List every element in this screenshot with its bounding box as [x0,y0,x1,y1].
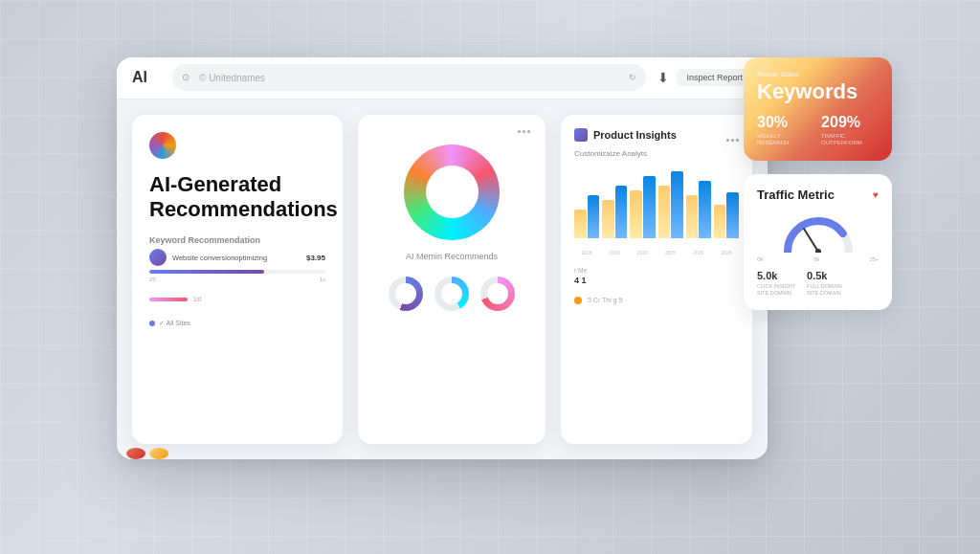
bar-group-4 [658,171,683,238]
gauge-labels: Ok 5k 25+ [757,256,879,262]
mini-hole-1 [395,283,416,304]
bar-5a [686,195,699,238]
bar-4b [671,171,683,238]
bar-3b [643,176,656,238]
progress-bar: 25 1s [149,270,325,282]
heart-icon: ♥ [873,189,879,200]
gauge-label-right: 25+ [870,256,879,262]
x-label-5: 2026 [686,250,711,255]
x-label-6: 2028 [714,250,739,255]
small-bar [149,298,188,301]
traffic-stat2-value: 0.5k [807,270,842,281]
mini-donuts-container [389,277,515,311]
gauge-label-left: Ok [757,256,764,262]
traffic-stat2-label: FULL DOMAIN SITE DOMAIN [807,283,842,297]
traffic-title: Traffic Metric [757,188,835,202]
progress-fill [149,270,264,274]
card3-bottom: 5 Cr Thi g 5 [574,297,739,304]
card3-menu [726,139,739,142]
deco-ball-2 [149,448,168,459]
mini-ring-3 [480,277,515,311]
bar-6a [714,205,726,238]
download-icon: ⬇ [657,70,669,85]
traffic-stats: 5.0k CLICK INSIGHT SITE DOMAIN 0.5k FULL… [757,270,879,297]
gauge-chart [780,210,857,253]
bar-group-5 [686,181,711,238]
decorative-balls [126,448,168,459]
donut-hole [426,166,479,218]
deco-ball-1 [126,448,145,459]
status-dot [149,321,155,326]
card3-stats: r Me 4 1 [574,267,739,285]
traffic-stat-1: 5.0k CLICK INSIGHT SITE DOMAIN [757,270,795,297]
keywords-stat1-label: WEEKLY RESEARCH [757,133,806,148]
keywords-stat-1: 30% WEEKLY RESEARCH [757,114,806,148]
gauge-container [757,210,879,253]
svg-line-0 [804,229,818,252]
mini-hole-3 [487,283,508,304]
traffic-stat1-value: 5.0k [757,270,795,281]
donut-ring [404,144,500,240]
x-label-3: 2020 [630,250,655,255]
keywords-stat2-value: 209% [821,114,879,131]
keywords-stat-2: 209% TRAFFIC OUTPERFORM [821,114,879,148]
bar-group-3 [630,176,655,238]
gauge-label-mid: 5k [813,256,819,262]
menu-dot-b [731,139,734,142]
address-text: © Unitednames [199,73,623,83]
card-icon [149,132,176,159]
x-label-4: 2025 [658,250,683,255]
ai-recommendations-card: AI-GeneratedRecommendations Keyword Reco… [132,115,343,444]
small-bar-row: 1st [149,296,325,302]
browser-actions: ⬇ Inspect Report [657,69,752,86]
card2-menu [518,130,530,133]
bar-2b [615,186,628,238]
card1-title: AI-GeneratedRecommendations [149,172,325,223]
card3-title: Product Insights [593,129,721,141]
stat-1: r Me 4 1 [574,267,587,285]
status-row: ✓ All Sites [149,320,325,327]
inspect-report-button[interactable]: Inspect Report [677,69,752,86]
bar-1a [574,210,587,238]
address-bar[interactable]: ⊙ © Unitednames ↻ [172,64,646,91]
right-panel: Ronole Status Keywords 30% WEEKLY RESEAR… [744,57,892,311]
bar-group-2 [602,186,627,238]
search-icon: ⊙ [182,72,193,83]
keyword-section-title: Keyword Recommendation [149,235,325,245]
keyword-price: $3.95 [306,254,325,262]
browser-window: AI ⊙ © Unitednames ↻ ⬇ Inspect Report AI… [117,57,768,459]
keywords-header-text: Ronole Status [757,71,879,78]
menu-dot-c [736,139,739,142]
mini-ring-1 [389,277,423,311]
progress-labels: 25 1s [149,277,325,282]
keywords-stat1-value: 30% [757,114,806,131]
mini-donut-1 [389,277,423,311]
bar-2a [602,200,614,238]
stat1-value: 4 1 [574,276,587,285]
x-label-1: 2016 [574,250,599,255]
keywords-stats: 30% WEEKLY RESEARCH 209% TRAFFIC OUTPERF… [757,114,879,148]
keyword-row: Website conversionoptimizing $3.95 [149,249,325,266]
gauge-svg [780,210,857,253]
refresh-icon: ↻ [629,73,636,82]
stat1-label: r Me [574,267,587,274]
mini-donut-2 [434,277,469,311]
bar-3a [630,190,642,238]
card3-subtitle: Customizaize Analyts [574,149,739,158]
card3-header: Product Insights [574,128,739,142]
bar-chart [574,166,739,242]
x-label-2: 2019 [602,250,627,255]
keywords-card: Ronole Status Keywords 30% WEEKLY RESEAR… [744,57,892,162]
browser-logo: AI [132,69,161,86]
menu-dot-3 [527,130,530,133]
keywords-title: Keywords [757,79,879,104]
bar-5b [699,181,711,238]
main-donut-chart [404,144,500,240]
bar-group-6 [714,192,739,238]
bar-4a [658,186,671,238]
traffic-metric-card: Traffic Metric ♥ Ok 5k 25+ [744,174,892,310]
chart-x-labels: 2016 2019 2020 2025 2026 2028 [574,250,739,255]
bar-group-1 [574,195,599,238]
traffic-stat-2: 0.5k FULL DOMAIN SITE DOMAIN [807,270,842,297]
status-text: ✓ All Sites [159,320,190,327]
